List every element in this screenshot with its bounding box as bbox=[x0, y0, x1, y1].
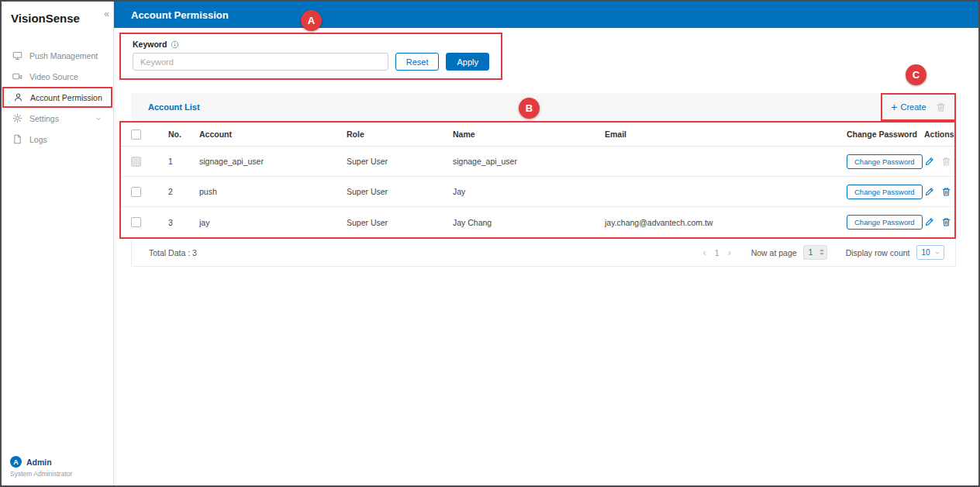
row-checkbox[interactable] bbox=[131, 157, 141, 167]
column-header-name: Name bbox=[453, 130, 605, 139]
column-header-actions: Actions bbox=[924, 130, 954, 139]
account-list-panel: Account List + Create No. Acco bbox=[119, 93, 956, 267]
sidebar-item-video-source[interactable]: Video Source bbox=[2, 66, 113, 87]
annotation-circle-b: B bbox=[519, 98, 540, 119]
cell-account: push bbox=[199, 187, 347, 196]
prev-page-icon[interactable]: ‹ bbox=[703, 247, 706, 258]
row-checkbox[interactable] bbox=[131, 187, 141, 197]
column-header-email: Email bbox=[605, 130, 847, 139]
select-all-checkbox[interactable] bbox=[131, 130, 141, 140]
cell-name: Jay bbox=[453, 187, 605, 196]
cell-email: jay.chang@advantech.com.tw bbox=[605, 218, 847, 227]
total-data-label: Total Data : 3 bbox=[149, 248, 197, 257]
annotation-circle-a: A bbox=[301, 10, 322, 31]
edit-button[interactable] bbox=[924, 187, 934, 197]
app-title: VisionSense bbox=[2, 2, 113, 28]
column-header-role: Role bbox=[347, 130, 453, 139]
monitor-icon bbox=[12, 50, 22, 60]
avatar: A bbox=[10, 456, 22, 468]
delete-button[interactable] bbox=[941, 217, 951, 227]
cell-account: signage_api_user bbox=[199, 157, 347, 166]
user-block: A Admin System Administrator bbox=[10, 456, 72, 478]
cell-role: Super User bbox=[347, 187, 453, 196]
change-password-button[interactable]: Change Password bbox=[847, 185, 923, 199]
cell-role: Super User bbox=[347, 157, 453, 166]
account-list-title: Account List bbox=[148, 102, 200, 112]
main-area: Account Permission Keyword Reset Apply A… bbox=[114, 2, 980, 485]
sidebar-menu: Push Management Video Source Account Per… bbox=[2, 45, 113, 150]
gear-icon bbox=[12, 113, 22, 123]
sidebar-item-label: Account Permission bbox=[30, 93, 102, 102]
sidebar-item-logs[interactable]: Logs bbox=[2, 129, 113, 150]
user-role: System Administrator bbox=[10, 470, 72, 478]
plus-icon: + bbox=[891, 102, 897, 112]
column-header-account: Account bbox=[199, 130, 347, 139]
table-header-row: No. Account Role Name Email Change Passw… bbox=[121, 123, 954, 147]
cell-no: 1 bbox=[168, 157, 199, 166]
delete-button[interactable] bbox=[941, 187, 951, 197]
annotation-box-b: No. Account Role Name Email Change Passw… bbox=[119, 121, 956, 239]
edit-button[interactable] bbox=[924, 157, 934, 167]
cell-role: Super User bbox=[347, 218, 453, 227]
app-window: VisionSense « Push Management Video Sour… bbox=[0, 0, 980, 487]
table-row: 3 jay Super User Jay Chang jay.chang@adv… bbox=[121, 207, 954, 237]
now-at-page-label: Now at page bbox=[751, 248, 797, 257]
create-button[interactable]: + Create bbox=[891, 102, 926, 112]
display-row-count-label: Display row count bbox=[846, 248, 910, 257]
pagination: ‹ 1 › bbox=[703, 247, 731, 258]
page-input[interactable] bbox=[803, 245, 827, 260]
document-icon bbox=[12, 134, 22, 144]
sidebar-item-settings[interactable]: Settings bbox=[2, 108, 113, 129]
cell-no: 3 bbox=[168, 218, 199, 227]
collapse-sidebar-icon[interactable]: « bbox=[104, 9, 109, 19]
account-list-footer: Total Data : 3 ‹ 1 › Now at page Display… bbox=[131, 239, 956, 267]
sidebar-item-push-management[interactable]: Push Management bbox=[2, 45, 113, 66]
sidebar-item-label: Logs bbox=[29, 135, 47, 144]
apply-button[interactable]: Apply bbox=[446, 53, 489, 71]
cell-account: jay bbox=[199, 218, 347, 227]
row-checkbox[interactable] bbox=[131, 217, 141, 227]
sidebar-item-account-permission[interactable]: Account Permission bbox=[2, 87, 112, 108]
sidebar-item-label: Video Source bbox=[29, 72, 78, 81]
change-password-button[interactable]: Change Password bbox=[847, 215, 923, 230]
info-icon[interactable] bbox=[171, 40, 179, 49]
edit-button[interactable] bbox=[924, 217, 934, 227]
page-title: Account Permission bbox=[131, 9, 229, 21]
chevron-down-icon bbox=[95, 115, 102, 123]
delete-button[interactable] bbox=[941, 157, 951, 167]
annotation-box-c: + Create bbox=[881, 93, 955, 121]
cell-name: Jay Chang bbox=[453, 218, 605, 227]
account-list-header: Account List + Create bbox=[131, 93, 956, 121]
change-password-button[interactable]: Change Password bbox=[847, 154, 923, 169]
page-spinner[interactable] bbox=[820, 249, 824, 255]
row-count-select[interactable]: 10 bbox=[916, 245, 944, 260]
bulk-delete-icon[interactable] bbox=[936, 102, 946, 112]
annotation-circle-c: C bbox=[906, 64, 927, 85]
column-header-no: No. bbox=[168, 130, 199, 139]
cell-name: signage_api_user bbox=[453, 157, 605, 166]
sidebar-item-label: Settings bbox=[29, 114, 59, 123]
row-count-value: 10 bbox=[922, 248, 930, 257]
keyword-input[interactable] bbox=[133, 53, 388, 71]
column-header-change-password: Change Password bbox=[847, 130, 924, 139]
sidebar-item-label: Push Management bbox=[29, 51, 98, 60]
chevron-down-icon bbox=[934, 250, 940, 256]
page-header: Account Permission bbox=[114, 2, 980, 28]
cell-no: 2 bbox=[168, 187, 199, 196]
next-page-icon[interactable]: › bbox=[728, 247, 731, 258]
user-name: Admin bbox=[26, 458, 52, 467]
reset-button[interactable]: Reset bbox=[395, 53, 440, 71]
table-row: 2 push Super User Jay Change Password bbox=[121, 177, 954, 207]
video-camera-icon bbox=[12, 71, 22, 81]
user-icon bbox=[13, 92, 23, 102]
table-row: 1 signage_api_user Super User signage_ap… bbox=[121, 147, 954, 177]
page-number[interactable]: 1 bbox=[715, 248, 719, 257]
keyword-label: Keyword bbox=[133, 40, 167, 49]
annotation-box-a: Keyword Reset Apply bbox=[119, 33, 502, 80]
create-button-label: Create bbox=[900, 102, 926, 112]
sidebar: VisionSense « Push Management Video Sour… bbox=[2, 2, 114, 485]
